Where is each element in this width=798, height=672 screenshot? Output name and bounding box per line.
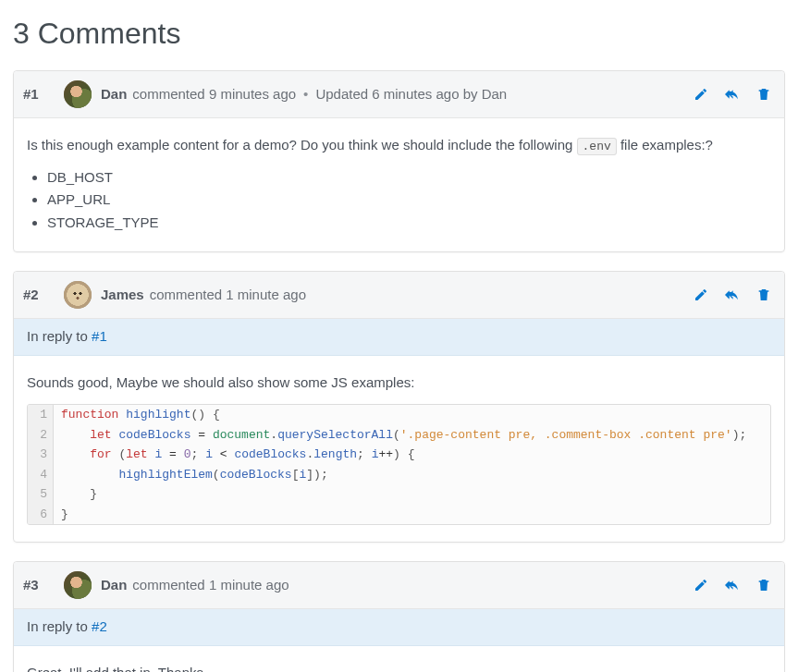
avatar: [64, 80, 92, 108]
code-content: highlightElem(codeBlocks[i]);: [54, 465, 336, 485]
updated-time: Updated 6 minutes ago by Dan: [315, 84, 507, 105]
comment-actions: [694, 287, 771, 302]
comment-meta: commented 1 minute ago: [150, 285, 306, 306]
commented-time: commented 1 minute ago: [132, 575, 289, 596]
delete-icon[interactable]: [756, 578, 771, 593]
code-content: for (let i = 0; i < codeBlocks.length; i…: [54, 445, 423, 465]
comment-text: Great, I'll add that in, Thanks: [27, 663, 771, 673]
reply-icon[interactable]: [725, 578, 740, 593]
code-line: 6}: [28, 505, 770, 525]
comment: #2Jamescommented 1 minute agoIn reply to…: [13, 271, 785, 543]
comment-author: James: [101, 285, 144, 306]
commented-time: commented 9 minutes ago: [132, 84, 296, 105]
example-list: DB_HOSTAPP_URLSTORAGE_TYPE: [27, 167, 771, 234]
comment-number: #1: [23, 84, 51, 105]
comment-header: #1Dancommented 9 minutes ago•Updated 6 m…: [14, 71, 784, 118]
inline-code: .env: [577, 138, 617, 155]
code-line: 1function highlight() {: [28, 405, 770, 425]
comment-text: Sounds good, Maybe we should also show s…: [27, 373, 771, 394]
code-line: 2 let codeBlocks = document.querySelecto…: [28, 425, 770, 446]
comment-meta: commented 9 minutes ago•Updated 6 minute…: [132, 84, 507, 105]
list-item: DB_HOST: [47, 167, 771, 189]
separator-dot: •: [300, 84, 312, 105]
code-line: 3 for (let i = 0; i < codeBlocks.length;…: [28, 445, 770, 465]
comment-actions: [694, 87, 771, 102]
code-content: let codeBlocks = document.querySelectorA…: [54, 425, 754, 446]
reply-link[interactable]: #2: [92, 618, 107, 634]
line-number: 3: [28, 445, 54, 465]
delete-icon[interactable]: [756, 287, 771, 302]
commented-time: commented 1 minute ago: [150, 285, 306, 306]
comment-header: #3Dancommented 1 minute ago: [14, 562, 784, 609]
comment-body: Sounds good, Maybe we should also show s…: [14, 356, 784, 543]
avatar: [64, 281, 92, 309]
comment-number: #3: [23, 575, 51, 596]
in-reply-to: In reply to #2: [14, 609, 784, 646]
comment-actions: [694, 578, 771, 593]
edit-icon[interactable]: [694, 87, 708, 102]
comment-meta: commented 1 minute ago: [132, 575, 289, 596]
comment-author: Dan: [101, 84, 127, 105]
list-item: STORAGE_TYPE: [47, 213, 771, 234]
comment-body: Great, I'll add that in, Thanks: [14, 646, 784, 673]
comment-author: Dan: [101, 575, 127, 596]
comment-header: #2Jamescommented 1 minute ago: [14, 272, 784, 319]
code-block: 1function highlight() {2 let codeBlocks …: [27, 404, 771, 525]
code-line: 5 }: [28, 484, 770, 505]
reply-icon[interactable]: [725, 87, 740, 102]
line-number: 5: [28, 484, 54, 505]
edit-icon[interactable]: [694, 287, 708, 302]
comment: #3Dancommented 1 minute agoIn reply to #…: [13, 561, 785, 672]
comment-text: Is this enough example content for a dem…: [27, 135, 771, 156]
reply-link[interactable]: #1: [92, 328, 107, 344]
comment-number: #2: [23, 285, 51, 306]
line-number: 2: [28, 425, 54, 446]
comment-body: Is this enough example content for a dem…: [14, 118, 784, 251]
line-number: 6: [28, 505, 54, 525]
code-content: }: [54, 505, 76, 525]
code-content: function highlight() {: [54, 405, 227, 425]
code-line: 4 highlightElem(codeBlocks[i]);: [28, 465, 770, 485]
comments-container: #1Dancommented 9 minutes ago•Updated 6 m…: [13, 70, 785, 672]
avatar: [64, 571, 92, 599]
list-item: APP_URL: [47, 189, 771, 211]
in-reply-to: In reply to #1: [14, 319, 784, 356]
edit-icon[interactable]: [694, 578, 708, 593]
code-content: }: [54, 484, 104, 505]
comment: #1Dancommented 9 minutes ago•Updated 6 m…: [13, 70, 785, 252]
line-number: 4: [28, 465, 54, 485]
page-title: 3 Comments: [13, 11, 785, 55]
delete-icon[interactable]: [756, 87, 771, 102]
reply-icon[interactable]: [725, 287, 740, 302]
line-number: 1: [28, 405, 54, 425]
